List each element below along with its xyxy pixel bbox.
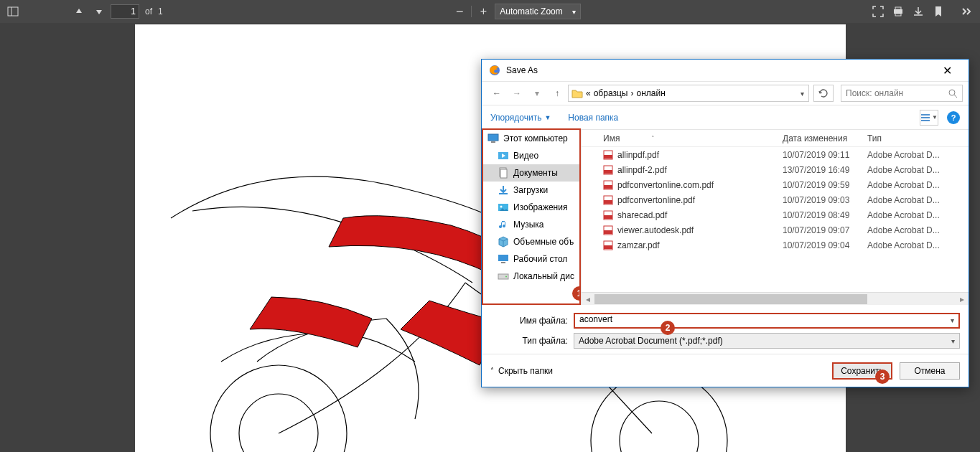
nav-forward-button[interactable]: → xyxy=(508,84,526,103)
bookmark-button[interactable] xyxy=(930,3,947,20)
hide-folders-button[interactable]: ˄ Скрыть папки xyxy=(490,366,553,376)
file-list-header: Имя ˄ Дата изменения Тип xyxy=(582,130,969,147)
file-name: zamzar.pdf xyxy=(617,240,660,250)
column-name[interactable]: Имя xyxy=(603,133,620,143)
chevron-down-icon: ▾ xyxy=(951,337,955,345)
column-type[interactable]: Тип xyxy=(867,133,969,143)
print-button[interactable] xyxy=(890,3,907,20)
svg-rect-0 xyxy=(8,7,18,16)
svg-rect-16 xyxy=(500,169,507,178)
nav-back-button[interactable]: ← xyxy=(487,84,506,103)
address-bar[interactable]: « образцы › онлайн ▾ xyxy=(568,85,809,102)
scrollbar-thumb[interactable] xyxy=(594,294,867,304)
page-number-input[interactable] xyxy=(111,4,139,19)
file-row[interactable]: zamzar.pdf10/07/2019 09:04Adobe Acrobat … xyxy=(582,237,969,253)
pc-icon xyxy=(487,133,499,144)
callout-1: 1 xyxy=(572,286,581,301)
close-button[interactable]: ✕ xyxy=(933,64,961,77)
download-button[interactable] xyxy=(910,3,927,20)
file-row[interactable]: sharecad.pdf10/07/2019 08:49Adobe Acroba… xyxy=(582,207,969,222)
zoom-out-button[interactable]: − xyxy=(451,3,468,20)
svg-rect-29 xyxy=(604,185,612,189)
dialog-title-bar: Save As ✕ xyxy=(482,60,969,81)
file-name: pdfconvertonline.pdf xyxy=(617,195,695,205)
desktop-icon xyxy=(498,253,509,265)
nav-up-button[interactable]: ↑ xyxy=(548,84,566,103)
zoom-select[interactable]: Automatic Zoom ▾ xyxy=(495,4,581,19)
breadcrumb-part[interactable]: образцы xyxy=(594,88,628,98)
tree-item-downloads[interactable]: Загрузки xyxy=(483,182,579,199)
organize-button[interactable]: Упорядочить ▼ xyxy=(490,113,551,123)
dialog-nav-bar: ← → ▾ ↑ « образцы › онлайн ▾ Поиск: онла… xyxy=(482,81,969,105)
filename-label: Имя файла: xyxy=(490,316,568,326)
new-folder-button[interactable]: Новая папка xyxy=(568,113,618,123)
file-date: 10/07/2019 09:11 xyxy=(783,150,867,160)
view-mode-button[interactable]: ▼ xyxy=(920,110,938,126)
breadcrumb-part[interactable]: онлайн xyxy=(636,88,665,98)
filename-input[interactable]: aconvert ▾ xyxy=(574,313,960,329)
tree-item-video[interactable]: Видео xyxy=(483,147,579,164)
svg-rect-2 xyxy=(894,9,902,14)
cancel-button[interactable]: Отмена xyxy=(900,362,960,380)
search-input[interactable]: Поиск: онлайн xyxy=(841,85,963,102)
tree-item-3d-objects[interactable]: Объемные объ xyxy=(483,233,579,250)
svg-point-23 xyxy=(505,276,507,278)
file-type: Adobe Acrobat D... xyxy=(867,195,969,205)
tree-root-this-pc[interactable]: Этот компьютер xyxy=(483,130,579,147)
dialog-footer: ˄ Скрыть папки Сохранить Отмена 3 xyxy=(482,354,969,387)
sidebar-icon xyxy=(7,6,19,17)
svg-rect-21 xyxy=(501,262,505,263)
fullscreen-button[interactable] xyxy=(869,3,887,20)
svg-rect-27 xyxy=(604,170,612,174)
chevron-down-icon: ▼ xyxy=(932,114,938,121)
arrow-up-icon: ↑ xyxy=(555,88,559,98)
file-type: Adobe Acrobat D... xyxy=(867,165,969,175)
chevron-down-icon: ▾ xyxy=(535,88,539,98)
horizontal-scrollbar[interactable]: ◂ ▸ xyxy=(582,292,969,305)
documents-icon xyxy=(498,167,509,179)
filetype-select[interactable]: Adobe Acrobat Document (*.pdf;*.pdf) ▾ xyxy=(574,333,960,349)
pdf-file-icon xyxy=(603,150,613,160)
next-page-button[interactable] xyxy=(90,3,108,20)
file-type: Adobe Acrobat D... xyxy=(867,210,969,220)
scroll-left-icon: ◂ xyxy=(582,293,594,306)
file-row[interactable]: allinpdf.pdf10/07/2019 09:11Adobe Acroba… xyxy=(582,147,969,162)
svg-rect-31 xyxy=(604,200,612,204)
svg-point-19 xyxy=(500,206,503,208)
pdf-file-icon xyxy=(603,195,613,205)
more-tools-button[interactable] xyxy=(958,3,976,20)
save-as-dialog: Save As ✕ ← → ▾ ↑ « образцы › онлайн ▾ П… xyxy=(481,59,969,387)
prev-page-button[interactable] xyxy=(70,3,88,20)
column-date[interactable]: Дата изменения xyxy=(783,133,867,143)
svg-rect-20 xyxy=(498,255,508,261)
file-row[interactable]: viewer.autodesk.pdf10/07/2019 09:07Adobe… xyxy=(582,222,969,237)
refresh-button[interactable] xyxy=(813,85,834,102)
arrow-up-icon xyxy=(75,7,83,16)
chevron-updown-icon: ▾ xyxy=(572,8,576,16)
tree-item-pictures[interactable]: Изображения xyxy=(483,199,579,216)
music-icon xyxy=(498,219,509,230)
file-type: Adobe Acrobat D... xyxy=(867,150,969,160)
svg-line-11 xyxy=(954,95,957,98)
svg-rect-17 xyxy=(499,193,508,194)
dialog-toolbar: Упорядочить ▼ Новая папка ▼ ? xyxy=(482,105,969,130)
tree-item-desktop[interactable]: Рабочий стол xyxy=(483,250,579,268)
file-date: 10/07/2019 09:07 xyxy=(783,225,867,235)
page-total: 1 xyxy=(158,6,163,17)
callout-2: 2 xyxy=(661,321,675,335)
help-button[interactable]: ? xyxy=(947,111,960,124)
tree-item-music[interactable]: Музыка xyxy=(483,216,579,233)
folder-icon xyxy=(571,88,583,98)
nav-recent-button[interactable]: ▾ xyxy=(528,84,546,103)
zoom-in-button[interactable]: + xyxy=(475,3,492,20)
sidebar-toggle-button[interactable] xyxy=(4,3,22,20)
pdf-file-icon xyxy=(603,240,613,250)
tree-item-local-disk[interactable]: Локальный дис xyxy=(483,268,579,285)
file-row[interactable]: allinpdf-2.pdf13/07/2019 16:49Adobe Acro… xyxy=(582,162,969,177)
chevron-down-icon: ▾ xyxy=(951,316,954,324)
file-row[interactable]: pdfconvertonline.pdf10/07/2019 09:03Adob… xyxy=(582,192,969,207)
scroll-right-icon: ▸ xyxy=(956,293,969,306)
arrow-right-icon: → xyxy=(513,88,521,98)
tree-item-documents[interactable]: Документы xyxy=(483,164,579,182)
file-row[interactable]: pdfconvertonline.com.pdf10/07/2019 09:59… xyxy=(582,177,969,192)
